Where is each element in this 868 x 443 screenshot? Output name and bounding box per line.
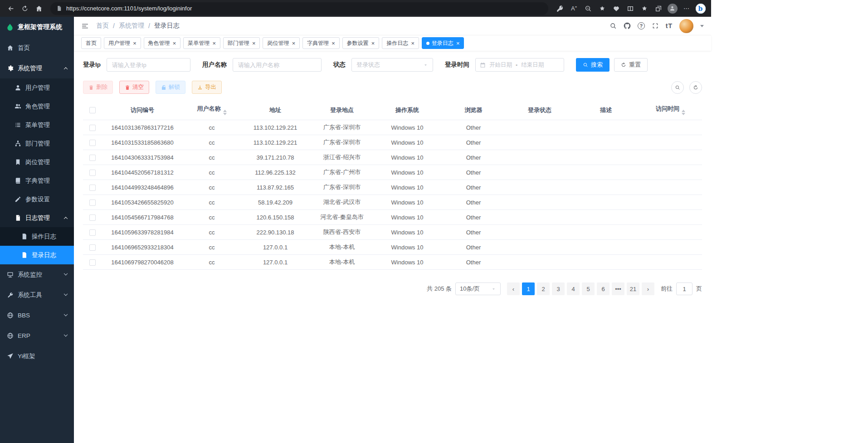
sidebar-item-operlog[interactable]: 操作日志 (0, 227, 74, 246)
refresh-button[interactable] (18, 2, 32, 15)
tab-close-icon[interactable]: × (252, 40, 256, 47)
more-button[interactable]: ⋯ (679, 2, 693, 15)
tab-字典管理[interactable]: 字典管理× (302, 37, 340, 49)
sidebar-item-tool[interactable]: 系统工具 (0, 285, 74, 305)
pager-page-6[interactable]: 6 (597, 282, 610, 295)
clear-button[interactable]: 清空 (119, 81, 149, 94)
column-header-time[interactable]: 访问时间 (639, 100, 702, 120)
tab-close-icon[interactable]: × (173, 40, 176, 47)
row-checkbox[interactable] (89, 125, 96, 131)
favorite-add-button[interactable] (595, 2, 609, 15)
sidebar-item-bbs[interactable]: BBS (0, 305, 74, 326)
tab-菜单管理[interactable]: 菜单管理× (183, 37, 220, 49)
pager-page-3[interactable]: 3 (552, 282, 565, 295)
sidebar-item-home[interactable]: 首页 (0, 38, 74, 58)
tab-登录日志[interactable]: 登录日志× (422, 37, 464, 49)
search-button[interactable] (610, 22, 617, 29)
copilot-button[interactable]: b (693, 2, 707, 15)
pager-page-2[interactable]: 2 (537, 282, 550, 295)
pager-ellipsis[interactable]: ••• (612, 282, 624, 295)
sidebar-item-user[interactable]: 用户管理 (0, 78, 74, 97)
split-screen-button[interactable] (623, 2, 637, 15)
pager-page-5[interactable]: 5 (582, 282, 595, 295)
address-bar[interactable]: https://ccnetcore.com:1101/system/log/lo… (50, 2, 548, 15)
favorites-bar-button[interactable] (637, 2, 651, 15)
pager-page-4[interactable]: 4 (567, 282, 580, 295)
sidebar-item-role[interactable]: 角色管理 (0, 97, 74, 116)
sort-icon[interactable] (223, 110, 227, 115)
back-button[interactable] (4, 2, 18, 15)
row-checkbox[interactable] (89, 185, 96, 191)
reset-button[interactable]: 重置 (614, 58, 648, 72)
select-all-checkbox[interactable] (89, 107, 96, 113)
tab-close-icon[interactable]: × (411, 40, 414, 47)
tab-部门管理[interactable]: 部门管理× (223, 37, 260, 49)
row-checkbox[interactable] (89, 259, 96, 266)
prev-page-button[interactable]: ‹ (507, 282, 520, 295)
row-checkbox[interactable] (89, 200, 96, 206)
row-checkbox[interactable] (89, 229, 96, 236)
row-checkbox[interactable] (89, 214, 96, 221)
breadcrumb-item[interactable]: 首页 (96, 22, 109, 30)
tab-角色管理[interactable]: 角色管理× (144, 37, 181, 49)
tab-操作日志[interactable]: 操作日志× (382, 37, 419, 49)
fullscreen-button[interactable] (652, 22, 659, 29)
chevron-down-icon[interactable] (700, 25, 704, 29)
zoom-out-button[interactable] (581, 2, 595, 15)
unlock-button[interactable]: 解锁 (156, 81, 185, 94)
tab-close-icon[interactable]: × (456, 40, 460, 47)
user-avatar[interactable] (679, 19, 693, 33)
profile-button[interactable] (665, 2, 679, 15)
sidebar-item-loginlog[interactable]: 登录日志 (0, 246, 74, 264)
delete-button[interactable]: 删除 (83, 81, 113, 94)
font-size-icon[interactable] (666, 22, 673, 29)
tab-close-icon[interactable]: × (292, 40, 295, 47)
date-range-picker[interactable]: 开始日期 - 结束日期 (475, 58, 564, 72)
tab-close-icon[interactable]: × (332, 40, 335, 47)
login-ip-input[interactable] (107, 58, 190, 72)
tab-close-icon[interactable]: × (133, 40, 137, 47)
github-button[interactable] (624, 22, 631, 29)
sidebar-item-post[interactable]: 岗位管理 (0, 153, 74, 171)
home-button[interactable] (32, 2, 46, 15)
user-name-input[interactable] (233, 58, 322, 72)
row-checkbox[interactable] (89, 140, 96, 146)
sidebar-item-erp[interactable]: ERP (0, 326, 74, 346)
tab-close-icon[interactable]: × (371, 40, 375, 47)
status-select[interactable]: 登录状态 (351, 58, 433, 72)
row-checkbox[interactable] (89, 170, 96, 176)
show-search-button[interactable] (671, 81, 684, 94)
next-page-button[interactable]: › (642, 282, 654, 295)
page-size-select[interactable]: 10条/页 (455, 282, 501, 295)
collapse-sidebar-button[interactable] (81, 22, 89, 30)
row-checkbox[interactable] (89, 155, 96, 161)
tab-参数设置[interactable]: 参数设置× (342, 37, 380, 49)
sidebar-item-dict[interactable]: 字典管理 (0, 171, 74, 190)
breadcrumb-item[interactable]: 系统管理 (119, 22, 144, 30)
tab-用户管理[interactable]: 用户管理× (104, 37, 141, 49)
goto-page-input[interactable] (676, 282, 692, 295)
read-aloud-button[interactable]: A” (567, 2, 581, 15)
sidebar-item-dept[interactable]: 部门管理 (0, 134, 74, 153)
tab-close-icon[interactable]: × (212, 40, 216, 47)
collections-button[interactable] (651, 2, 665, 15)
sidebar-item-param[interactable]: 参数设置 (0, 190, 74, 209)
tab-岗位管理[interactable]: 岗位管理× (263, 37, 300, 49)
key-button[interactable] (553, 2, 567, 15)
sidebar-item-yi[interactable]: Yi框架 (0, 346, 74, 366)
sidebar-item-system[interactable]: 系统管理 (0, 58, 74, 78)
column-header-user[interactable]: 用户名称 (183, 100, 241, 120)
sidebar-item-monitor[interactable]: 系统监控 (0, 264, 74, 285)
refresh-table-button[interactable] (689, 81, 702, 94)
tab-首页[interactable]: 首页 (81, 37, 101, 49)
browser-essentials-button[interactable] (609, 2, 623, 15)
pager-page-1[interactable]: 1 (522, 282, 535, 295)
export-button[interactable]: 导出 (192, 81, 222, 94)
sidebar-item-log[interactable]: 日志管理 (0, 209, 74, 227)
sort-icon[interactable] (682, 110, 685, 115)
search-button[interactable]: 搜索 (576, 58, 610, 72)
pager-page-21[interactable]: 21 (627, 282, 639, 295)
row-checkbox[interactable] (89, 244, 96, 251)
sidebar-item-menu[interactable]: 菜单管理 (0, 116, 74, 134)
question-icon[interactable] (638, 22, 645, 29)
